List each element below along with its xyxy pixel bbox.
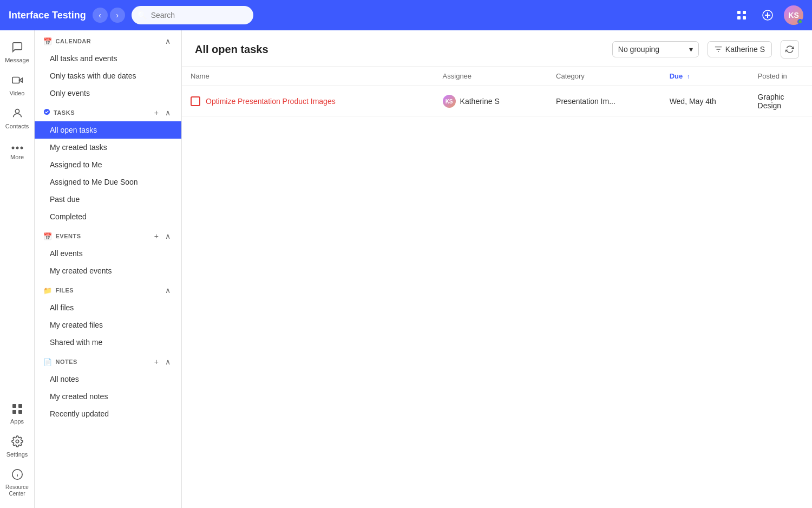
- online-status-dot: [797, 19, 803, 24]
- filter-user-button[interactable]: Katherine S: [708, 41, 772, 57]
- sidebar: 📅 CALENDAR ∧ All tasks and events Only t…: [35, 30, 182, 508]
- assignee-avatar: KS: [443, 95, 456, 108]
- calendar-section-title: 📅 CALENDAR: [43, 37, 91, 45]
- message-icon: [11, 41, 23, 56]
- notes-section-header[interactable]: 📄 NOTES + ∧: [35, 351, 181, 370]
- sidebar-item-video[interactable]: Video: [2, 70, 32, 101]
- settings-icon: [11, 435, 23, 450]
- sidebar-item-my-created-events[interactable]: My created events: [35, 262, 181, 279]
- files-section-icon: 📁: [43, 286, 53, 295]
- sidebar-item-assigned-to-me[interactable]: Assigned to Me: [35, 156, 181, 173]
- nav-back-button[interactable]: ‹: [93, 8, 108, 23]
- search-input[interactable]: [132, 6, 253, 24]
- sidebar-item-all-events[interactable]: All events: [35, 245, 181, 262]
- refresh-icon: [785, 45, 794, 54]
- task-checkbox[interactable]: [191, 96, 200, 106]
- notes-collapse-button[interactable]: ∧: [163, 356, 173, 367]
- events-add-button[interactable]: +: [152, 231, 161, 242]
- calendar-section-header[interactable]: 📅 CALENDAR ∧: [35, 30, 181, 50]
- task-name-link[interactable]: Optimize Presentation Product Images: [206, 97, 336, 106]
- notes-add-button[interactable]: +: [152, 356, 161, 367]
- grouping-select[interactable]: No grouping ▾: [612, 41, 699, 57]
- sidebar-item-settings[interactable]: Settings: [2, 431, 32, 462]
- svg-point-10: [16, 147, 18, 149]
- task-name-cell: Optimize Presentation Product Images: [182, 86, 434, 117]
- notes-section-icon: 📄: [43, 358, 53, 366]
- notes-section-controls: + ∧: [152, 356, 173, 367]
- sidebar-item-shared-with-me[interactable]: Shared with me: [35, 334, 181, 351]
- col-header-category[interactable]: Category: [547, 67, 661, 86]
- user-avatar[interactable]: KS: [784, 5, 803, 25]
- apps-label: Apps: [10, 418, 24, 425]
- more-icon: [11, 140, 23, 153]
- files-section-controls: ∧: [163, 285, 173, 296]
- add-button[interactable]: [758, 5, 777, 25]
- tasks-section-header[interactable]: TASKS + ∧: [35, 102, 181, 121]
- sidebar-item-message[interactable]: Message: [2, 37, 32, 68]
- assignee-name: Katherine S: [460, 97, 500, 106]
- sidebar-section-files: 📁 FILES ∧ All files My created files Sha…: [35, 279, 181, 351]
- sidebar-item-completed[interactable]: Completed: [35, 208, 181, 225]
- sidebar-item-contacts[interactable]: Contacts: [2, 103, 32, 134]
- col-header-name[interactable]: Name: [182, 67, 434, 86]
- settings-label: Settings: [6, 451, 28, 458]
- sidebar-item-assigned-due-soon[interactable]: Assigned to Me Due Soon: [35, 173, 181, 191]
- task-assignee-cell: KS Katherine S: [434, 86, 548, 117]
- sidebar-item-resource-center[interactable]: Resource Center: [2, 464, 32, 502]
- sidebar-item-only-events[interactable]: Only events: [35, 84, 181, 102]
- events-section-header[interactable]: 📅 EVENTS + ∧: [35, 225, 181, 245]
- refresh-button[interactable]: [781, 40, 799, 58]
- svg-point-16: [16, 440, 19, 443]
- video-icon: [11, 74, 23, 89]
- sidebar-item-apps[interactable]: Apps: [2, 399, 32, 429]
- sidebar-item-all-files[interactable]: All files: [35, 299, 181, 316]
- col-header-posted-in[interactable]: Posted in: [749, 67, 812, 86]
- sort-asc-icon: ↑: [687, 73, 690, 80]
- svg-point-8: [15, 109, 19, 113]
- sidebar-section-events: 📅 EVENTS + ∧ All events My created event…: [35, 225, 181, 279]
- svg-rect-14: [12, 410, 16, 414]
- files-collapse-button[interactable]: ∧: [163, 285, 173, 296]
- filter-icon: [715, 45, 722, 53]
- nav-buttons: ‹ ›: [93, 8, 125, 23]
- message-label: Message: [5, 57, 29, 63]
- events-section-controls: + ∧: [152, 231, 173, 242]
- tasks-section-controls: + ∧: [152, 107, 173, 118]
- svg-rect-3: [743, 16, 746, 19]
- col-header-due[interactable]: Due ↑: [661, 67, 749, 86]
- calendar-section-controls: ∧: [163, 36, 173, 47]
- more-label: More: [10, 154, 24, 160]
- video-label: Video: [10, 90, 25, 96]
- sidebar-item-my-created-tasks[interactable]: My created tasks: [35, 139, 181, 156]
- resource-center-label: Resource Center: [4, 484, 30, 497]
- content-area: All open tasks No grouping ▾ Katherine S: [182, 30, 812, 508]
- apps-grid-button[interactable]: [732, 5, 751, 25]
- sidebar-item-more[interactable]: More: [2, 136, 32, 165]
- grid-icon: [736, 10, 747, 21]
- notes-section-title: 📄 NOTES: [43, 358, 77, 366]
- sidebar-item-all-tasks-events[interactable]: All tasks and events: [35, 50, 181, 67]
- sidebar-section-calendar: 📅 CALENDAR ∧ All tasks and events Only t…: [35, 30, 181, 102]
- grouping-label: No grouping: [618, 45, 659, 54]
- calendar-collapse-button[interactable]: ∧: [163, 36, 173, 47]
- events-collapse-button[interactable]: ∧: [163, 231, 173, 242]
- sidebar-item-all-notes[interactable]: All notes: [35, 370, 181, 388]
- nav-forward-button[interactable]: ›: [110, 8, 125, 23]
- tasks-collapse-button[interactable]: ∧: [163, 107, 173, 118]
- sidebar-item-recently-updated[interactable]: Recently updated: [35, 405, 181, 422]
- sidebar-item-only-due[interactable]: Only tasks with due dates: [35, 67, 181, 84]
- sidebar-section-notes: 📄 NOTES + ∧ All notes My created notes R…: [35, 351, 181, 422]
- sidebar-item-my-created-notes[interactable]: My created notes: [35, 388, 181, 405]
- grouping-chevron-icon: ▾: [689, 45, 693, 54]
- sidebar-item-all-open-tasks[interactable]: All open tasks: [35, 121, 181, 139]
- resource-center-icon: [11, 468, 23, 483]
- sidebar-item-my-created-files[interactable]: My created files: [35, 316, 181, 334]
- app-title: Interface Testing: [9, 10, 86, 21]
- icon-bar-bottom: Apps Settings Resource C: [2, 399, 32, 502]
- sidebar-item-past-due[interactable]: Past due: [35, 191, 181, 208]
- svg-rect-7: [12, 77, 19, 83]
- files-section-header[interactable]: 📁 FILES ∧: [35, 279, 181, 299]
- tasks-add-button[interactable]: +: [152, 107, 161, 118]
- col-header-assignee[interactable]: Assignee: [434, 67, 548, 86]
- task-due-cell: Wed, May 4th: [661, 86, 749, 117]
